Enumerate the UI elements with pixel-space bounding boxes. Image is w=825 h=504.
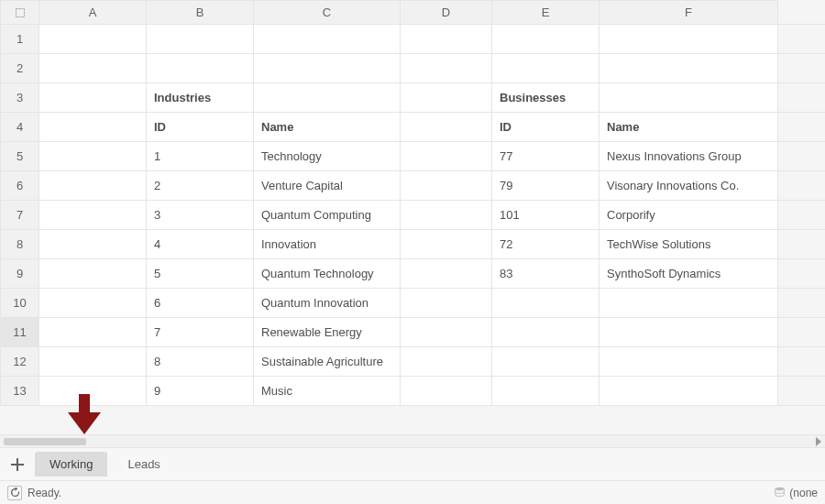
- cell-A1[interactable]: [39, 25, 147, 54]
- row-header-8[interactable]: 8: [1, 230, 39, 259]
- cell-F6[interactable]: Visonary Innovations Co.: [600, 171, 778, 201]
- cell-A2[interactable]: [39, 54, 147, 83]
- cell-F9[interactable]: SynthoSoft Dynamics: [600, 259, 778, 289]
- cell-A13[interactable]: [39, 377, 147, 406]
- cell-C11[interactable]: Renewable Energy: [254, 318, 401, 347]
- col-header-F[interactable]: F: [600, 1, 778, 25]
- cell-B12[interactable]: 8: [147, 347, 254, 377]
- cell-C10[interactable]: Quantum Innovation: [254, 289, 401, 318]
- cell-D4[interactable]: [401, 113, 492, 142]
- cell-A11[interactable]: [39, 318, 147, 347]
- row-header-7[interactable]: 7: [1, 201, 39, 230]
- cell-E7[interactable]: 101: [492, 201, 600, 230]
- scroll-right-icon[interactable]: [816, 437, 821, 446]
- horizontal-scrollbar[interactable]: [0, 434, 825, 447]
- cell-A4[interactable]: [39, 113, 147, 142]
- row-header-9[interactable]: 9: [1, 259, 39, 289]
- add-sheet-button[interactable]: [6, 453, 29, 477]
- sheet-tab-working[interactable]: Working: [35, 452, 107, 477]
- row-header-13[interactable]: 13: [1, 377, 39, 406]
- cell-B3[interactable]: Industries: [147, 83, 254, 113]
- cell-C13[interactable]: Music: [254, 377, 401, 406]
- col-header-B[interactable]: B: [147, 1, 254, 25]
- cell-F13[interactable]: [600, 377, 778, 406]
- cell-F7[interactable]: Corporify: [600, 201, 778, 230]
- cell-F3[interactable]: [600, 83, 778, 113]
- cell-D5[interactable]: [401, 142, 492, 171]
- cell-C7[interactable]: Quantum Computing: [254, 201, 401, 230]
- cell-B13[interactable]: 9: [147, 377, 254, 406]
- cell-D6[interactable]: [401, 171, 492, 201]
- cell-B10[interactable]: 6: [147, 289, 254, 318]
- cell-C2[interactable]: [254, 54, 401, 83]
- col-header-A[interactable]: A: [39, 1, 147, 25]
- cell-F8[interactable]: TechWise Solutions: [600, 230, 778, 259]
- cell-B5[interactable]: 1: [147, 142, 254, 171]
- cell-D1[interactable]: [401, 25, 492, 54]
- cell-B11[interactable]: 7: [147, 318, 254, 347]
- cell-E5[interactable]: 77: [492, 142, 600, 171]
- cell-A9[interactable]: [39, 259, 147, 289]
- cell-B4[interactable]: ID: [147, 113, 254, 142]
- cell-D11[interactable]: [401, 318, 492, 347]
- cell-D9[interactable]: [401, 259, 492, 289]
- col-header-D[interactable]: D: [401, 1, 492, 25]
- cell-D13[interactable]: [401, 377, 492, 406]
- cell-C12[interactable]: Sustainable Agriculture: [254, 347, 401, 377]
- cell-A12[interactable]: [39, 347, 147, 377]
- cell-A6[interactable]: [39, 171, 147, 201]
- cell-D12[interactable]: [401, 347, 492, 377]
- scrollbar-thumb[interactable]: [4, 438, 86, 445]
- row-header-1[interactable]: 1: [1, 25, 39, 54]
- cell-E9[interactable]: 83: [492, 259, 600, 289]
- cell-F2[interactable]: [600, 54, 778, 83]
- cell-E10[interactable]: [492, 289, 600, 318]
- cell-C4[interactable]: Name: [254, 113, 401, 142]
- row-header-2[interactable]: 2: [1, 54, 39, 83]
- cell-E11[interactable]: [492, 318, 600, 347]
- cell-D7[interactable]: [401, 201, 492, 230]
- cell-A3[interactable]: [39, 83, 147, 113]
- row-header-11[interactable]: 11: [1, 318, 39, 347]
- sheet-tab-leads[interactable]: Leads: [113, 452, 174, 477]
- cell-F1[interactable]: [600, 25, 778, 54]
- cell-E1[interactable]: [492, 25, 600, 54]
- cell-B1[interactable]: [147, 25, 254, 54]
- cell-F10[interactable]: [600, 289, 778, 318]
- row-header-6[interactable]: 6: [1, 171, 39, 201]
- cell-E8[interactable]: 72: [492, 230, 600, 259]
- cell-F11[interactable]: [600, 318, 778, 347]
- cell-B6[interactable]: 2: [147, 171, 254, 201]
- col-header-E[interactable]: E: [492, 1, 600, 25]
- col-header-C[interactable]: C: [254, 1, 401, 25]
- cell-E2[interactable]: [492, 54, 600, 83]
- cell-D8[interactable]: [401, 230, 492, 259]
- cell-C3[interactable]: [254, 83, 401, 113]
- cell-E3[interactable]: Businesses: [492, 83, 600, 113]
- cell-A7[interactable]: [39, 201, 147, 230]
- refresh-button[interactable]: [7, 486, 22, 500]
- cell-B8[interactable]: 4: [147, 230, 254, 259]
- cell-D10[interactable]: [401, 289, 492, 318]
- cell-A8[interactable]: [39, 230, 147, 259]
- cell-F4[interactable]: Name: [600, 113, 778, 142]
- cell-F12[interactable]: [600, 347, 778, 377]
- cell-D2[interactable]: [401, 54, 492, 83]
- spreadsheet-grid[interactable]: A B C D E F 123IndustriesBusinesses4IDNa…: [0, 0, 825, 406]
- cell-C1[interactable]: [254, 25, 401, 54]
- cell-C9[interactable]: Quantum Technology: [254, 259, 401, 289]
- cell-C8[interactable]: Innovation: [254, 230, 401, 259]
- cell-C5[interactable]: Technology: [254, 142, 401, 171]
- cell-E4[interactable]: ID: [492, 113, 600, 142]
- row-header-12[interactable]: 12: [1, 347, 39, 377]
- cell-A10[interactable]: [39, 289, 147, 318]
- cell-B2[interactable]: [147, 54, 254, 83]
- cell-E12[interactable]: [492, 347, 600, 377]
- cell-E6[interactable]: 79: [492, 171, 600, 201]
- cell-B7[interactable]: 3: [147, 201, 254, 230]
- cell-D3[interactable]: [401, 83, 492, 113]
- cell-A5[interactable]: [39, 142, 147, 171]
- row-header-10[interactable]: 10: [1, 289, 39, 318]
- row-header-4[interactable]: 4: [1, 113, 39, 142]
- select-all-corner[interactable]: [1, 1, 39, 25]
